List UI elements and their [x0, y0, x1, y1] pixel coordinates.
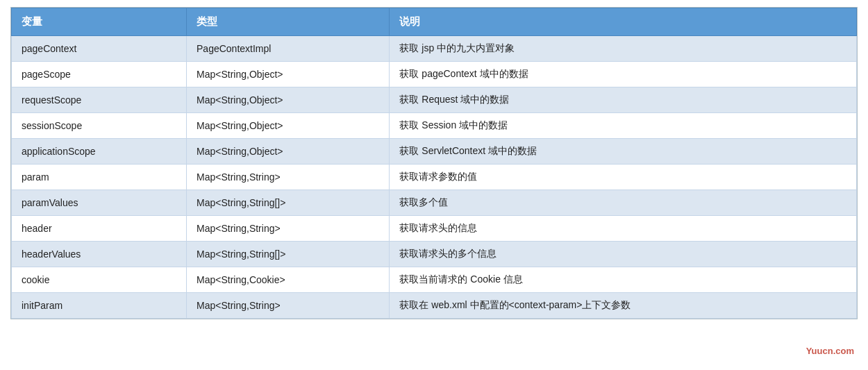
col-header-description: 说明 [390, 8, 857, 36]
cell-type: Map<String,String> [187, 165, 390, 190]
cell-description: 获取 Session 域中的数据 [390, 113, 857, 139]
cell-description: 获取 jsp 中的九大内置对象 [390, 36, 857, 62]
cell-description: 获取请求头的多个信息 [390, 242, 857, 267]
cell-description: 获取请求参数的值 [390, 165, 857, 190]
cell-type: Map<String,Object> [187, 113, 390, 139]
cell-variable: pageScope [12, 62, 187, 87]
table-row: requestScopeMap<String,Object>获取 Request… [12, 87, 857, 113]
cell-description: 获取请求头的信息 [390, 216, 857, 242]
cell-variable: paramValues [12, 190, 187, 216]
table-row: applicationScopeMap<String,Object>获取 Ser… [12, 139, 857, 165]
table-row: headerMap<String,String>获取请求头的信息 [12, 216, 857, 242]
cell-type: Map<String,String[]> [187, 242, 390, 267]
table-row: headerValuesMap<String,String[]>获取请求头的多个… [12, 242, 857, 267]
table-row: paramValuesMap<String,String[]>获取多个值 [12, 190, 857, 216]
table-row: pageScopeMap<String,Object>获取 pageContex… [12, 62, 857, 87]
table-row: pageContextPageContextImpl获取 jsp 中的九大内置对… [12, 36, 857, 62]
col-header-type: 类型 [187, 8, 390, 36]
cell-variable: cookie [12, 267, 187, 293]
cell-type: Map<String,String> [187, 216, 390, 242]
cell-type: PageContextImpl [187, 36, 390, 62]
cell-description: 获取当前请求的 Cookie 信息 [390, 267, 857, 293]
cell-description: 获取 pageContext 域中的数据 [390, 62, 857, 87]
cell-description: 获取在 web.xml 中配置的<context-param>上下文参数 [390, 293, 857, 319]
cell-variable: pageContext [12, 36, 187, 62]
table-row: sessionScopeMap<String,Object>获取 Session… [12, 113, 857, 139]
table-row: cookieMap<String,Cookie>获取当前请求的 Cookie 信… [12, 267, 857, 293]
cell-variable: headerValues [12, 242, 187, 267]
cell-type: Map<String,Object> [187, 87, 390, 113]
table-header-row: 变量 类型 说明 [12, 8, 857, 36]
cell-type: Map<String,Cookie> [187, 267, 390, 293]
cell-variable: initParam [12, 293, 187, 319]
table-row: paramMap<String,String>获取请求参数的值 [12, 165, 857, 190]
table-row: initParamMap<String,String>获取在 web.xml 中… [12, 293, 857, 319]
cell-description: 获取 ServletContext 域中的数据 [390, 139, 857, 165]
col-header-variable: 变量 [12, 8, 187, 36]
cell-description: 获取多个值 [390, 190, 857, 216]
cell-type: Map<String,Object> [187, 62, 390, 87]
cell-variable: requestScope [12, 87, 187, 113]
cell-variable: param [12, 165, 187, 190]
cell-variable: applicationScope [12, 139, 187, 165]
cell-variable: sessionScope [12, 113, 187, 139]
cell-type: Map<String,Object> [187, 139, 390, 165]
watermark: Yuucn.com [806, 346, 854, 356]
cell-type: Map<String,String> [187, 293, 390, 319]
cell-description: 获取 Request 域中的数据 [390, 87, 857, 113]
cell-variable: header [12, 216, 187, 242]
data-table: 变量 类型 说明 pageContextPageContextImpl获取 js… [10, 7, 858, 319]
cell-type: Map<String,String[]> [187, 190, 390, 216]
